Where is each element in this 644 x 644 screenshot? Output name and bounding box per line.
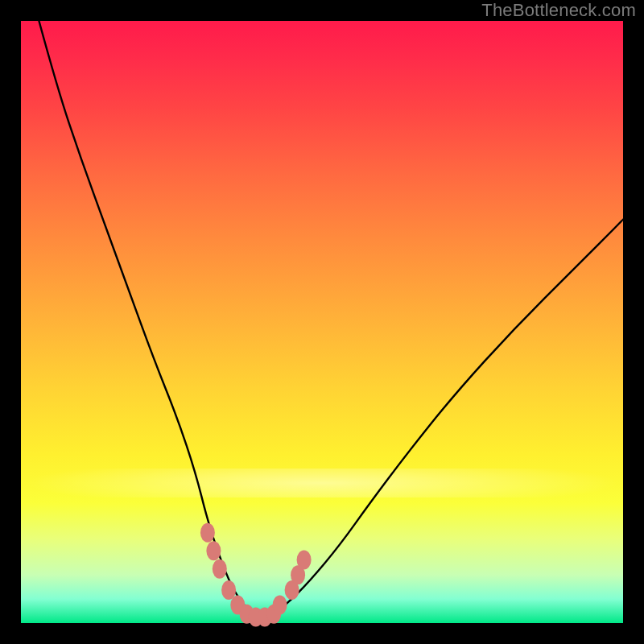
chart-frame: TheBottleneck.com — [0, 0, 644, 644]
chart-svg — [21, 21, 623, 623]
bottleneck-curve-path — [39, 21, 623, 617]
chart-marker — [206, 541, 221, 560]
chart-marker — [297, 551, 312, 570]
chart-marker — [200, 523, 215, 543]
chart-markers — [200, 523, 312, 627]
chart-marker — [213, 559, 227, 579]
watermark-text: TheBottleneck.com — [481, 0, 636, 21]
chart-marker — [221, 580, 236, 600]
chart-marker — [273, 596, 287, 615]
chart-curve — [39, 21, 623, 617]
